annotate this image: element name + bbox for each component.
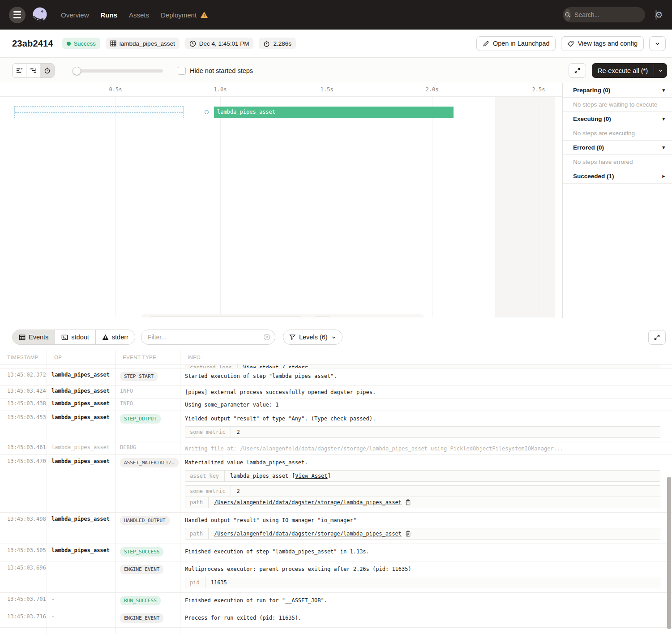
gantt-step-bar[interactable]: lambda_pipes_asset — [214, 107, 454, 118]
gantt-zoom-slider[interactable] — [73, 67, 163, 75]
gantt-time-axis: 0.5s 1.0s 1.5s 2.0s 2.5s — [0, 83, 562, 97]
panel-section-header[interactable]: Executing (0)▾ — [563, 112, 672, 126]
table-row[interactable]: 13:45:03.696-ENGINE_EVENTMultiprocess ex… — [0, 561, 672, 593]
table-row[interactable]: 13:45:02.372lambda_pipes_assetSTEP_START… — [0, 368, 672, 386]
nav-item-runs[interactable]: Runs — [101, 11, 118, 19]
table-filler-row — [0, 628, 672, 634]
run-duration-pill: 2.286s — [259, 38, 296, 49]
warning-triangle-icon — [102, 334, 109, 340]
nav-item-overview[interactable]: Overview — [61, 11, 89, 19]
panel-section-header[interactable]: Preparing (0)▾ — [563, 83, 672, 98]
hamburger-menu-icon[interactable] — [9, 7, 26, 23]
events-table-icon — [19, 334, 26, 341]
logs-fullscreen-button[interactable] — [648, 330, 666, 345]
path-link[interactable]: /Users/alangenfeld/data/dagster/storage/… — [214, 531, 402, 537]
path-link[interactable]: /Users/alangenfeld/data/dagster/storage/… — [214, 499, 402, 505]
view-tags-config-button[interactable]: View tags and config — [561, 36, 644, 51]
log-event-type: RUN_SUCCESS — [116, 593, 180, 610]
event-type-badge: ASSET_MATERIALIZATION — [120, 458, 179, 467]
nav-item-deployment[interactable]: Deployment — [161, 11, 197, 19]
levels-filter-button[interactable]: Levels (6) — [283, 330, 342, 345]
panel-section-title: Preparing (0) — [573, 87, 610, 94]
metadata-key: some_metric — [185, 427, 231, 437]
table-row[interactable]: 13:45:03.470lambda_pipes_assetASSET_MATE… — [0, 455, 672, 513]
gantt-toolbar: Hide not started steps Re-execute all (*… — [0, 58, 672, 83]
metadata-value: 11635 — [205, 577, 660, 588]
reexecute-all-button[interactable]: Re-execute all (*) — [592, 63, 667, 78]
copy-icon[interactable] — [405, 531, 411, 537]
run-datetime-pill: Dec 4, 1:45:01 PM — [185, 38, 254, 49]
clear-filter-icon[interactable] — [263, 334, 270, 341]
event-type-badge: HANDLED_OUTPUT — [120, 516, 170, 525]
log-filter-input[interactable] — [148, 334, 263, 341]
table-row[interactable]: captured_logsView stdout / stderr — [0, 364, 672, 368]
metadata-row: pid11635 — [185, 577, 660, 588]
log-timestamp: 13:45:02.372 — [0, 368, 47, 386]
run-asset-pill[interactable]: lambda_pipes_asset — [106, 38, 180, 49]
metadata-value-text[interactable]: View stdout / stderr — [243, 364, 308, 368]
panel-section-header[interactable]: Succeeded (1)▸ — [563, 169, 672, 184]
table-row[interactable]: 13:45:03.505lambda_pipes_assetSTEP_SUCCE… — [0, 544, 672, 561]
log-event-type: STEP_SUCCESS — [116, 544, 180, 561]
panel-section-empty-state: No steps are executing — [563, 126, 672, 141]
nav-item-assets[interactable]: Assets — [129, 11, 149, 19]
gantt-fullscreen-button[interactable] — [569, 63, 586, 78]
log-info: Started execution of step "lambda_pipes_… — [180, 368, 672, 386]
scrollbar-thumb[interactable] — [667, 477, 671, 629]
metadata-value: lambda_pipes_asset[View Asset] — [225, 471, 660, 481]
panel-section-title: Succeeded (1) — [573, 173, 614, 180]
log-message: Materialized value lambda_pipes_asset. — [185, 458, 668, 467]
tab-stderr[interactable]: stderr — [96, 330, 135, 344]
search-box[interactable]: / — [563, 7, 645, 22]
slider-handle[interactable] — [73, 67, 81, 75]
view-mode-waterfall-icon[interactable] — [26, 64, 40, 77]
panel-section-title: Errored (0) — [573, 144, 604, 151]
copy-icon[interactable] — [405, 499, 411, 505]
run-actions-chevron-button[interactable] — [649, 36, 666, 51]
metadata-key: path — [185, 497, 209, 508]
table-row[interactable]: 13:45:03.701-RUN_SUCCESSFinished executi… — [0, 593, 672, 610]
panel-section-empty-state: No steps are waiting to execute — [563, 98, 672, 112]
axis-tick: 2.0s — [426, 86, 439, 93]
panel-section-header[interactable]: Errored (0)▾ — [563, 141, 672, 155]
log-timestamp: 13:45:03.505 — [0, 544, 47, 561]
metadata-value: /Users/alangenfeld/data/dagster/storage/… — [209, 497, 660, 508]
table-row[interactable]: 13:45:03.438lambda_pipes_assetINFOUsing … — [0, 398, 672, 411]
cell-empty — [0, 628, 47, 634]
search-input[interactable] — [574, 11, 655, 18]
column-header-op: OP — [47, 350, 116, 364]
log-event-type — [116, 364, 180, 368]
log-info: Finished execution of run for "__ASSET_J… — [180, 593, 672, 610]
view-mode-timed-icon[interactable] — [40, 64, 54, 77]
log-op: - — [47, 610, 116, 627]
dagster-logo[interactable] — [31, 6, 48, 23]
log-op: lambda_pipes_asset — [47, 455, 116, 512]
table-row[interactable]: 13:45:03.453lambda_pipes_assetSTEP_OUTPU… — [0, 411, 672, 442]
tab-stdout[interactable]: stdout — [55, 330, 96, 344]
table-row[interactable]: 13:45:03.716-ENGINE_EVENTProcess for run… — [0, 610, 672, 628]
graph-options-button[interactable] — [310, 317, 335, 317]
table-row[interactable]: 13:45:03.424lambda_pipes_assetINFO[pipes… — [0, 386, 672, 398]
hide-not-started-checkbox[interactable] — [178, 67, 186, 75]
log-message: Finished execution of step "lambda_pipes… — [185, 547, 668, 556]
table-row[interactable]: 13:45:03.461lambda_pipes_assetDEBUGWriti… — [0, 442, 672, 455]
log-event-type: ENGINE_EVENT — [116, 561, 180, 592]
metadata-table: some_metric2path/Users/alangenfeld/data/… — [185, 485, 660, 508]
event-type-badge: ENGINE_EVENT — [120, 565, 163, 574]
tab-events[interactable]: Events — [13, 330, 55, 344]
log-event-type: INFO — [116, 398, 180, 411]
log-timestamp: 13:45:03.701 — [0, 593, 47, 610]
view-mode-flat-icon[interactable] — [13, 64, 26, 77]
open-in-launchpad-button[interactable]: Open in Launchpad — [476, 36, 556, 51]
deployment-warning-icon[interactable] — [200, 11, 208, 18]
log-message: Multiprocess executor: parent process ex… — [185, 565, 668, 573]
metadata-row: path/Users/alangenfeld/data/dagster/stor… — [185, 497, 660, 508]
stopwatch-icon — [263, 40, 270, 47]
asset-grid-icon — [110, 40, 116, 47]
table-row[interactable]: 13:45:03.498lambda_pipes_assetHANDLED_OU… — [0, 513, 672, 544]
log-op: lambda_pipes_asset — [47, 544, 116, 561]
reexecute-dropdown-caret[interactable] — [654, 63, 667, 78]
metadata-table: some_metric2 — [185, 426, 660, 438]
view-asset-link[interactable]: View Asset — [295, 473, 327, 479]
gear-icon[interactable]: ⚙ — [655, 10, 663, 19]
